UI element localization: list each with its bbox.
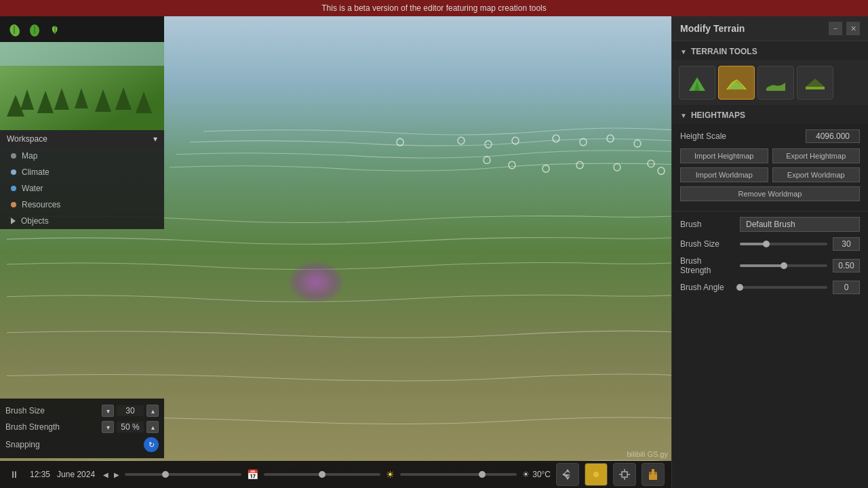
- brush-strength-right-row: Brush Strength 0.50: [680, 256, 860, 275]
- time-display: 12:35 June 2024: [30, 470, 95, 479]
- brush-strength-row: Brush Strength ▾ 50 % ▴: [0, 419, 164, 435]
- workspace-item-resources[interactable]: Resources: [0, 197, 164, 213]
- time-forward[interactable]: ▶: [114, 471, 119, 479]
- objects-triangle: [11, 218, 16, 224]
- date-slider[interactable]: [264, 473, 380, 476]
- pause-button[interactable]: ⏸: [7, 469, 22, 480]
- brush-angle-row: Brush Angle 0: [680, 281, 860, 294]
- workspace-item-water[interactable]: Water: [0, 180, 164, 197]
- brush-size-increase[interactable]: ▴: [146, 405, 159, 417]
- place-tool-btn[interactable]: [642, 463, 665, 486]
- workspace-item-map[interactable]: Map: [0, 148, 164, 164]
- snapping-label: Snapping: [5, 440, 141, 449]
- brush-strength-slider-thumb[interactable]: [781, 262, 787, 269]
- heightmap-import-export-row: Import Heightmap Export Heightmap: [680, 148, 860, 163]
- brush-type-label: Brush: [680, 220, 734, 229]
- terrain-btn-sculpt[interactable]: [718, 66, 755, 100]
- panel-title: Modify Terrain: [680, 23, 745, 34]
- temperature-icon: ☀: [522, 470, 530, 479]
- svg-point-9: [614, 164, 620, 171]
- terrain-tools-grid: [672, 60, 868, 105]
- build-tool-btn[interactable]: [613, 463, 636, 486]
- terrain-btn-smooth[interactable]: [757, 66, 794, 100]
- right-panel: Modify Terrain − ✕ ▼ TERRAIN TOOLS ▼ HEI…: [671, 16, 868, 488]
- weather-display: ☀ 30°C: [522, 470, 551, 479]
- date-slider-thumb[interactable]: [319, 471, 326, 478]
- brush-strength-decrease[interactable]: ▾: [102, 421, 114, 433]
- remove-worldmap-btn[interactable]: Remove Worldmap: [680, 186, 860, 201]
- workspace-item-climate[interactable]: Climate: [0, 164, 164, 180]
- height-scale-value[interactable]: 4096.000: [806, 129, 860, 143]
- brush-size-right-label: Brush Size: [680, 239, 734, 249]
- brush-strength-increase[interactable]: ▴: [146, 421, 159, 433]
- brush-size-slider-thumb[interactable]: [763, 241, 770, 247]
- svg-point-10: [576, 161, 583, 169]
- terrain-btn-flatten[interactable]: [797, 66, 833, 100]
- calendar-icon[interactable]: 📅: [247, 469, 258, 480]
- panel-minimize-btn[interactable]: −: [829, 22, 842, 35]
- height-scale-row: Height Scale 4096.000: [680, 129, 860, 143]
- brush-size-decrease[interactable]: ▾: [102, 405, 114, 417]
- leaf-icon-1[interactable]: [7, 22, 22, 37]
- svg-point-5: [580, 138, 587, 146]
- svg-point-13: [484, 157, 490, 164]
- workspace-header[interactable]: Workspace ▾: [0, 130, 164, 148]
- worldmap-buttons-row: Import Worldmap Export Worldmap Remove W…: [680, 167, 860, 201]
- snapping-toggle[interactable]: ↻: [144, 437, 159, 452]
- climate-label: Climate: [22, 167, 50, 177]
- svg-rect-29: [0, 42, 164, 66]
- brush-size-right-row: Brush Size 30: [680, 237, 860, 251]
- svg-rect-34: [622, 472, 627, 477]
- map-label: Map: [22, 151, 37, 161]
- brush-angle-slider-thumb[interactable]: [736, 284, 743, 291]
- svg-rect-41: [652, 469, 654, 474]
- svg-point-12: [509, 161, 515, 169]
- time-back[interactable]: ◀: [103, 471, 108, 479]
- brush-strength-value: 50 %: [117, 422, 144, 432]
- height-scale-label: Height Scale: [680, 131, 726, 141]
- weather-slider[interactable]: [400, 473, 517, 476]
- sun-icon: ☀: [386, 469, 395, 480]
- water-label: Water: [22, 184, 43, 193]
- import-worldmap-btn[interactable]: Import Worldmap: [680, 167, 768, 182]
- workspace-title: Workspace: [7, 134, 47, 144]
- svg-point-0: [397, 138, 403, 146]
- export-heightmap-btn[interactable]: Export Heightmap: [772, 148, 861, 163]
- leaf-icon-2[interactable]: [27, 22, 42, 37]
- move-tool-btn[interactable]: [556, 463, 579, 486]
- export-worldmap-btn[interactable]: Export Worldmap: [772, 167, 861, 182]
- thumbnail-svg: [0, 42, 164, 130]
- weather-slider-thumb[interactable]: [479, 471, 486, 478]
- bottom-bar: ⏸ 12:35 June 2024 ◀ ▶ 📅 ☀ ☀ 30°C: [0, 461, 671, 488]
- panel-close-btn[interactable]: ✕: [846, 22, 860, 35]
- import-heightmap-btn[interactable]: Import Heightmap: [680, 148, 768, 163]
- svg-point-11: [542, 165, 549, 173]
- brush-size-slider[interactable]: [740, 243, 827, 245]
- snapping-row: Snapping ↻: [0, 435, 164, 454]
- brush-size-value: 30: [117, 405, 144, 416]
- terrain-tool-btn[interactable]: [585, 463, 608, 486]
- top-bar: This is a beta version of the editor fea…: [0, 0, 868, 16]
- time-slider[interactable]: [125, 473, 241, 476]
- svg-rect-39: [649, 474, 657, 480]
- workspace-item-objects[interactable]: Objects: [0, 213, 164, 229]
- left-thumbnail: [0, 42, 164, 130]
- heightmaps-arrow: ▼: [680, 112, 687, 119]
- brush-strength-right-label: Brush Strength: [680, 256, 734, 275]
- brush-size-row: Brush Size ▾ 30 ▴: [0, 403, 164, 419]
- svg-point-4: [553, 135, 559, 142]
- beta-message: This is a beta version of the editor fea…: [321, 3, 547, 13]
- heightmaps-section: Height Scale 4096.000 Import Heightmap E…: [672, 124, 868, 211]
- workspace-items: Map Climate Water Resources Objects: [0, 148, 164, 229]
- terrain-tools-section-header: ▼ TERRAIN TOOLS: [672, 41, 868, 60]
- brush-section: Brush Default Brush Brush Size 30 Brush …: [672, 211, 868, 305]
- time-slider-thumb[interactable]: [162, 471, 169, 478]
- brush-strength-slider[interactable]: [740, 264, 827, 267]
- brush-angle-slider[interactable]: [740, 286, 827, 289]
- temperature-value: 30°C: [532, 470, 551, 479]
- brush-name-value[interactable]: Default Brush: [740, 217, 860, 232]
- brush-strength-right-value: 0.50: [833, 259, 860, 272]
- bottom-left-controls: Brush Size ▾ 30 ▴ Brush Strength ▾ 50 % …: [0, 399, 164, 458]
- leaf-icon-3[interactable]: [47, 22, 62, 37]
- terrain-btn-raise[interactable]: [679, 66, 715, 100]
